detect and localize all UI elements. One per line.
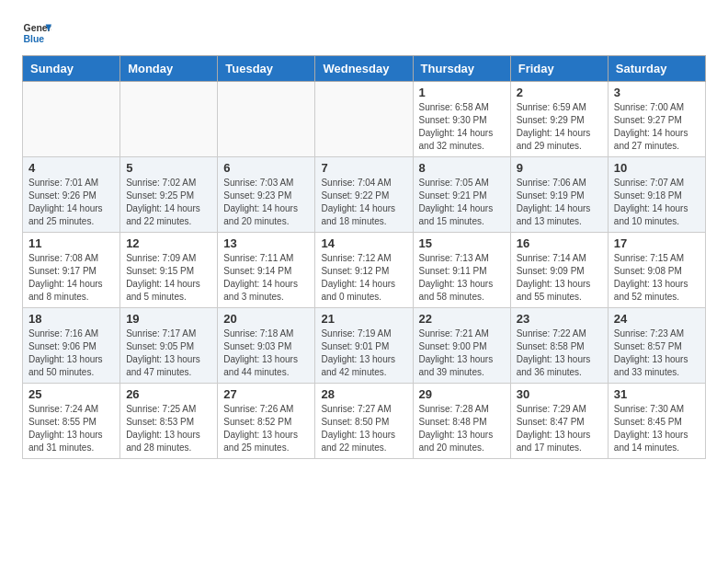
logo: General Blue: [22, 18, 51, 48]
calendar-week-row: 11Sunrise: 7:08 AM Sunset: 9:17 PM Dayli…: [23, 233, 706, 308]
day-number: 2: [517, 86, 602, 99]
calendar-cell: 21Sunrise: 7:19 AM Sunset: 9:01 PM Dayli…: [315, 308, 413, 384]
calendar-cell: 13Sunrise: 7:11 AM Sunset: 9:14 PM Dayli…: [218, 233, 315, 308]
day-number: 9: [517, 161, 602, 175]
day-number: 14: [321, 236, 406, 250]
calendar-cell: 19Sunrise: 7:17 AM Sunset: 9:05 PM Dayli…: [120, 308, 218, 384]
day-number: 7: [321, 161, 406, 175]
day-number: 23: [517, 312, 602, 326]
day-number: 13: [223, 236, 309, 250]
day-number: 21: [321, 312, 406, 326]
calendar-week-row: 4Sunrise: 7:01 AM Sunset: 9:26 PM Daylig…: [23, 157, 706, 233]
calendar-cell: 24Sunrise: 7:23 AM Sunset: 8:57 PM Dayli…: [608, 308, 705, 384]
day-of-week-header: Friday: [510, 56, 608, 82]
day-info: Sunrise: 7:21 AM Sunset: 9:00 PM Dayligh…: [419, 327, 505, 379]
day-info: Sunrise: 7:29 AM Sunset: 8:47 PM Dayligh…: [517, 403, 602, 454]
day-number: 29: [419, 387, 505, 401]
calendar-cell: 29Sunrise: 7:28 AM Sunset: 8:48 PM Dayli…: [413, 384, 510, 459]
calendar-cell: 25Sunrise: 7:24 AM Sunset: 8:55 PM Dayli…: [23, 384, 120, 459]
calendar-cell: 11Sunrise: 7:08 AM Sunset: 9:17 PM Dayli…: [23, 233, 120, 308]
day-number: 24: [614, 312, 700, 326]
day-number: 11: [28, 236, 114, 250]
day-info: Sunrise: 7:11 AM Sunset: 9:14 PM Dayligh…: [223, 252, 309, 304]
day-number: 28: [321, 387, 406, 401]
day-of-week-header: Thursday: [413, 56, 510, 82]
calendar-cell: 1Sunrise: 6:58 AM Sunset: 9:30 PM Daylig…: [413, 82, 510, 157]
calendar-cell: 30Sunrise: 7:29 AM Sunset: 8:47 PM Dayli…: [510, 384, 608, 459]
day-number: 4: [28, 161, 114, 175]
calendar-cell: [120, 82, 218, 157]
day-info: Sunrise: 7:07 AM Sunset: 9:18 PM Dayligh…: [614, 177, 700, 228]
page-header: General Blue: [22, 18, 706, 48]
calendar-cell: [315, 82, 413, 157]
calendar-cell: 22Sunrise: 7:21 AM Sunset: 9:00 PM Dayli…: [413, 308, 510, 384]
calendar-cell: 23Sunrise: 7:22 AM Sunset: 8:58 PM Dayli…: [510, 308, 608, 384]
day-number: 16: [517, 236, 602, 250]
day-info: Sunrise: 7:24 AM Sunset: 8:55 PM Dayligh…: [28, 403, 114, 454]
calendar-week-row: 25Sunrise: 7:24 AM Sunset: 8:55 PM Dayli…: [23, 384, 706, 459]
calendar-cell: 20Sunrise: 7:18 AM Sunset: 9:03 PM Dayli…: [218, 308, 315, 384]
calendar-cell: 28Sunrise: 7:27 AM Sunset: 8:50 PM Dayli…: [315, 384, 413, 459]
day-info: Sunrise: 7:12 AM Sunset: 9:12 PM Dayligh…: [321, 252, 406, 304]
calendar-cell: 26Sunrise: 7:25 AM Sunset: 8:53 PM Dayli…: [120, 384, 218, 459]
day-number: 12: [126, 236, 211, 250]
calendar-week-row: 1Sunrise: 6:58 AM Sunset: 9:30 PM Daylig…: [23, 82, 706, 157]
day-number: 8: [419, 161, 505, 175]
day-of-week-header: Sunday: [23, 56, 120, 82]
day-of-week-header: Tuesday: [218, 56, 315, 82]
day-info: Sunrise: 7:02 AM Sunset: 9:25 PM Dayligh…: [126, 177, 211, 228]
calendar-cell: 18Sunrise: 7:16 AM Sunset: 9:06 PM Dayli…: [23, 308, 120, 384]
day-of-week-header: Monday: [120, 56, 218, 82]
day-number: 31: [614, 387, 700, 401]
day-info: Sunrise: 7:17 AM Sunset: 9:05 PM Dayligh…: [126, 327, 211, 379]
day-info: Sunrise: 7:26 AM Sunset: 8:52 PM Dayligh…: [223, 403, 309, 454]
day-info: Sunrise: 7:01 AM Sunset: 9:26 PM Dayligh…: [28, 177, 114, 228]
calendar-cell: 16Sunrise: 7:14 AM Sunset: 9:09 PM Dayli…: [510, 233, 608, 308]
calendar-cell: 3Sunrise: 7:00 AM Sunset: 9:27 PM Daylig…: [608, 82, 705, 157]
day-info: Sunrise: 7:28 AM Sunset: 8:48 PM Dayligh…: [419, 403, 505, 454]
calendar-cell: 4Sunrise: 7:01 AM Sunset: 9:26 PM Daylig…: [23, 157, 120, 233]
day-number: 22: [419, 312, 505, 326]
day-of-week-header: Saturday: [608, 56, 705, 82]
calendar-header-row: SundayMondayTuesdayWednesdayThursdayFrid…: [23, 56, 706, 82]
calendar-cell: 10Sunrise: 7:07 AM Sunset: 9:18 PM Dayli…: [608, 157, 705, 233]
logo-icon: General Blue: [22, 18, 51, 48]
day-info: Sunrise: 7:15 AM Sunset: 9:08 PM Dayligh…: [614, 252, 700, 304]
day-number: 30: [517, 387, 602, 401]
day-info: Sunrise: 7:04 AM Sunset: 9:22 PM Dayligh…: [321, 177, 406, 228]
day-info: Sunrise: 7:23 AM Sunset: 8:57 PM Dayligh…: [614, 327, 700, 379]
day-info: Sunrise: 7:25 AM Sunset: 8:53 PM Dayligh…: [126, 403, 211, 454]
calendar-cell: 7Sunrise: 7:04 AM Sunset: 9:22 PM Daylig…: [315, 157, 413, 233]
day-info: Sunrise: 6:59 AM Sunset: 9:29 PM Dayligh…: [517, 101, 602, 153]
calendar-table: SundayMondayTuesdayWednesdayThursdayFrid…: [22, 55, 706, 459]
day-number: 19: [126, 312, 211, 326]
day-info: Sunrise: 6:58 AM Sunset: 9:30 PM Dayligh…: [419, 101, 505, 153]
day-number: 27: [223, 387, 309, 401]
day-number: 10: [614, 161, 700, 175]
day-number: 26: [126, 387, 211, 401]
calendar-cell: 8Sunrise: 7:05 AM Sunset: 9:21 PM Daylig…: [413, 157, 510, 233]
day-info: Sunrise: 7:16 AM Sunset: 9:06 PM Dayligh…: [28, 327, 114, 379]
calendar-week-row: 18Sunrise: 7:16 AM Sunset: 9:06 PM Dayli…: [23, 308, 706, 384]
day-info: Sunrise: 7:03 AM Sunset: 9:23 PM Dayligh…: [223, 177, 309, 228]
day-info: Sunrise: 7:27 AM Sunset: 8:50 PM Dayligh…: [321, 403, 406, 454]
day-info: Sunrise: 7:19 AM Sunset: 9:01 PM Dayligh…: [321, 327, 406, 379]
calendar-cell: 5Sunrise: 7:02 AM Sunset: 9:25 PM Daylig…: [120, 157, 218, 233]
calendar-cell: 31Sunrise: 7:30 AM Sunset: 8:45 PM Dayli…: [608, 384, 705, 459]
day-info: Sunrise: 7:08 AM Sunset: 9:17 PM Dayligh…: [28, 252, 114, 304]
calendar-cell: 9Sunrise: 7:06 AM Sunset: 9:19 PM Daylig…: [510, 157, 608, 233]
calendar-cell: 2Sunrise: 6:59 AM Sunset: 9:29 PM Daylig…: [510, 82, 608, 157]
day-info: Sunrise: 7:00 AM Sunset: 9:27 PM Dayligh…: [614, 101, 700, 153]
calendar-cell: [218, 82, 315, 157]
day-number: 17: [614, 236, 700, 250]
day-number: 18: [28, 312, 114, 326]
calendar-cell: 17Sunrise: 7:15 AM Sunset: 9:08 PM Dayli…: [608, 233, 705, 308]
day-number: 3: [614, 86, 700, 99]
svg-text:Blue: Blue: [24, 34, 45, 44]
calendar-cell: 14Sunrise: 7:12 AM Sunset: 9:12 PM Dayli…: [315, 233, 413, 308]
day-info: Sunrise: 7:18 AM Sunset: 9:03 PM Dayligh…: [223, 327, 309, 379]
calendar-cell: 15Sunrise: 7:13 AM Sunset: 9:11 PM Dayli…: [413, 233, 510, 308]
day-info: Sunrise: 7:30 AM Sunset: 8:45 PM Dayligh…: [614, 403, 700, 454]
day-info: Sunrise: 7:22 AM Sunset: 8:58 PM Dayligh…: [517, 327, 602, 379]
day-info: Sunrise: 7:13 AM Sunset: 9:11 PM Dayligh…: [419, 252, 505, 304]
